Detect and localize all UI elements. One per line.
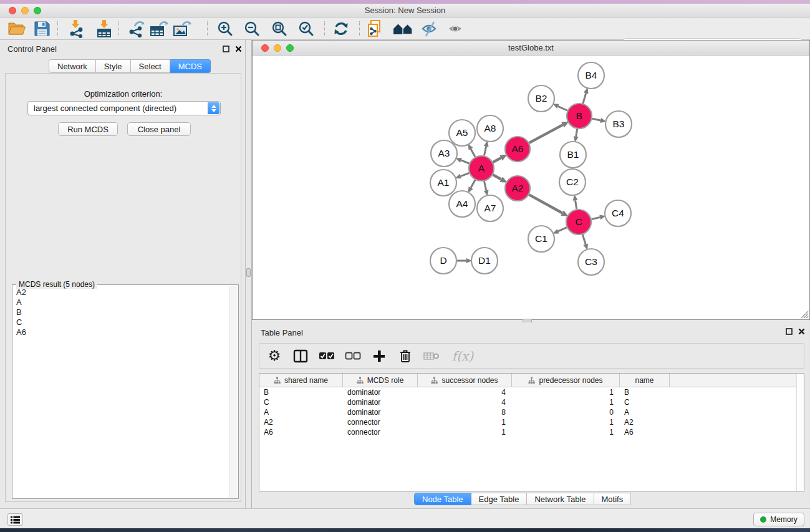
edge-A-A4[interactable] [471, 180, 475, 188]
divider-handle[interactable] [246, 268, 251, 277]
table-row[interactable]: A6connector11A6 [259, 427, 804, 437]
tab-edge-table[interactable]: Edge Table [471, 493, 528, 505]
edge-C-C1[interactable] [558, 228, 567, 231]
vertical-split-divider[interactable] [245, 40, 252, 508]
edge-A6-B[interactable] [529, 125, 563, 143]
edge-A-A1[interactable] [461, 173, 470, 176]
open-session-button[interactable] [6, 19, 27, 38]
new-network-from-selection-button[interactable] [364, 19, 385, 38]
graph-node-C1[interactable]: C1 [528, 226, 554, 252]
edge-C-C4[interactable] [591, 217, 600, 219]
mcds-result-item[interactable]: A2 [13, 288, 229, 297]
zoom-in-button[interactable] [215, 19, 236, 38]
edge-B-B1[interactable] [576, 129, 577, 137]
graph-node-D[interactable]: D [430, 248, 456, 274]
deselect-all-rows-button[interactable] [344, 347, 362, 365]
zoom-out-button[interactable] [241, 19, 263, 38]
edge-A-A2[interactable] [493, 175, 501, 179]
close-panel-action-button[interactable]: Close panel [127, 122, 191, 136]
edge-C-C3[interactable] [582, 235, 586, 244]
resize-grip[interactable] [799, 309, 809, 319]
select-all-rows-button[interactable] [318, 347, 335, 365]
edge-A-A6[interactable] [493, 158, 501, 162]
edge-B-B3[interactable] [592, 118, 601, 120]
first-neighbors-button[interactable] [392, 19, 413, 38]
float-panel-button[interactable] [222, 45, 230, 53]
export-network-button[interactable] [125, 19, 147, 38]
graph-node-D1[interactable]: D1 [471, 248, 498, 274]
column-header-name[interactable]: name [620, 374, 670, 387]
import-network-button[interactable] [65, 19, 87, 38]
edge-C-C2[interactable] [576, 200, 577, 209]
float-table-panel-button[interactable] [785, 327, 793, 336]
close-panel-button[interactable] [234, 45, 243, 53]
column-header-MCDS-role[interactable]: MCDS role [343, 374, 418, 387]
edge-A-A8[interactable] [484, 147, 486, 156]
edge-B-B4[interactable] [583, 93, 586, 104]
create-column-button[interactable] [370, 347, 388, 365]
graph-node-A1[interactable]: A1 [430, 170, 456, 196]
edge-A-A5[interactable] [471, 149, 475, 157]
graph-node-B2[interactable]: B2 [528, 85, 554, 112]
tab-select[interactable]: Select [131, 59, 170, 73]
tab-motifs[interactable]: Motifs [594, 493, 632, 505]
graph-node-C2[interactable]: C2 [559, 169, 586, 195]
column-header-predecessor-nodes[interactable]: predecessor nodes [512, 374, 620, 387]
export-image-button[interactable] [171, 19, 193, 38]
network-canvas[interactable]: AA1A2A3A4A5A6A7A8BB1B2B3B4CC1C2C3C4DD1 [253, 56, 809, 319]
mcds-result-scrollbar[interactable] [229, 286, 238, 498]
delete-table-button[interactable] [423, 347, 440, 365]
close-table-panel-button[interactable] [798, 327, 806, 336]
criterion-dropdown[interactable]: largest connected component (directed) [27, 101, 221, 115]
graph-node-A4[interactable]: A4 [449, 191, 475, 217]
delete-column-button[interactable] [397, 347, 414, 365]
memory-button[interactable]: Memory [753, 513, 804, 526]
graph-node-A5[interactable]: A5 [449, 120, 475, 146]
zoom-fit-button[interactable] [269, 19, 290, 38]
mcds-result-item[interactable]: B [13, 307, 229, 317]
graph-node-C4[interactable]: C4 [605, 200, 631, 226]
table-row[interactable]: A2connector11A2 [259, 417, 804, 427]
graph-node-A7[interactable]: A7 [477, 195, 503, 221]
edge-B-B2[interactable] [558, 106, 567, 110]
graph-node-A8[interactable]: A8 [477, 115, 503, 142]
mcds-result-item[interactable]: C [13, 317, 229, 327]
function-builder-button[interactable]: f(x) [449, 347, 476, 365]
tab-style[interactable]: Style [96, 59, 131, 73]
graph-node-C[interactable]: C [566, 210, 591, 235]
graph-node-A6[interactable]: A6 [505, 137, 530, 162]
zoom-selected-button[interactable] [296, 19, 317, 38]
refresh-view-button[interactable] [330, 19, 352, 38]
graph-node-B3[interactable]: B3 [605, 111, 632, 137]
graph-node-C3[interactable]: C3 [578, 249, 604, 275]
table-row[interactable]: Cdominator41C [259, 397, 804, 407]
save-session-button[interactable] [31, 19, 52, 38]
run-mcds-button[interactable]: Run MCDS [58, 122, 118, 136]
graph-node-B[interactable]: B [567, 104, 592, 128]
export-table-button[interactable] [148, 19, 170, 38]
network-graph[interactable]: AA1A2A3A4A5A6A7A8BB1B2B3B4CC1C2C3C4DD1 [253, 56, 809, 319]
show-task-history-button[interactable] [7, 513, 23, 526]
edge-A-A7[interactable] [484, 181, 486, 191]
graph-node-A3[interactable]: A3 [431, 140, 457, 167]
column-view-button[interactable] [292, 347, 309, 365]
tab-network-table[interactable]: Network Table [527, 493, 594, 505]
table-settings-button[interactable]: ⚙ [266, 347, 283, 365]
table-row[interactable]: Bdominator41B [259, 387, 804, 397]
graph-node-B4[interactable]: B4 [578, 62, 604, 89]
show-all-button[interactable] [445, 19, 466, 38]
graph-node-B1[interactable]: B1 [560, 142, 586, 168]
hide-selected-button[interactable] [419, 19, 440, 38]
table-row[interactable]: Adominator80A [259, 407, 804, 417]
edge-A-A3[interactable] [461, 160, 469, 163]
edge-A2-C[interactable] [529, 195, 562, 213]
graph-node-A[interactable]: A [469, 156, 494, 181]
column-header-successor-nodes[interactable]: successor nodes [418, 374, 512, 387]
mcds-result-item[interactable]: A [13, 297, 229, 307]
mcds-result-item[interactable]: A6 [13, 327, 229, 337]
import-table-button[interactable] [94, 19, 115, 38]
column-header-shared-name[interactable]: shared name [259, 374, 343, 387]
table-scrollbar[interactable] [796, 374, 804, 491]
tab-mcds[interactable]: MCDS [170, 59, 211, 73]
graph-node-A2[interactable]: A2 [505, 176, 530, 201]
